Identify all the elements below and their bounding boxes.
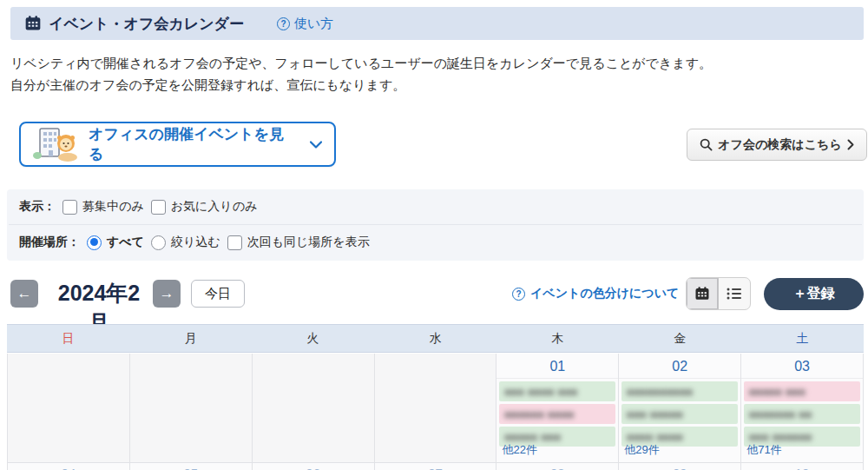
filter-favorites-option[interactable]: お気に入りのみ (151, 199, 258, 215)
calendar-cell-feb05[interactable]: 05 (130, 463, 253, 470)
weekday-thu: 木 (496, 325, 619, 352)
calendar-view-button[interactable] (687, 278, 719, 309)
today-button[interactable]: 今日 (191, 280, 245, 308)
favorites-label: お気に入りのみ (171, 199, 258, 215)
event-pill-blurred[interactable]: ■■■■■ ■■■ (744, 381, 860, 401)
calendar-cell-feb07[interactable]: 07 (375, 463, 497, 470)
intro-text: リベシティ内で開催されるオフ会の予定や、フォローしているユーザーの誕生日をカレン… (10, 52, 712, 96)
event-color-legend-link[interactable]: ? イベントの色分けについて (512, 286, 679, 301)
weekday-tue: 火 (252, 325, 374, 352)
question-circle-icon: ? (277, 17, 290, 30)
location-narrow-label: 絞り込む (171, 235, 220, 250)
location-filter-row: 開催場所： すべて 絞り込む 次回も同じ場所を表示 (7, 225, 864, 260)
event-pill-blurred[interactable]: ■■■ ■■■■ ■■■ (499, 381, 615, 401)
search-offkai-button[interactable]: オフ会の検索はこちら (687, 129, 867, 161)
event-pill-blurred-text: ■■■■■■■■■■ (627, 387, 693, 397)
calendar-cell-feb04[interactable]: 04 (7, 463, 130, 470)
event-color-legend-label: イベントの色分けについて (530, 286, 679, 301)
event-pill-blurred-text: ■■■■■ ■■■ (504, 432, 561, 442)
event-pill-list: ■■■■■■■■■■■■■ ■■■■■■■■■ ■■■■ (619, 379, 740, 447)
same-place-label: 次回も同じ場所を表示 (247, 235, 370, 250)
event-pill-blurred-text: ■■■ ■■■■■■ (749, 432, 812, 442)
event-pill-blurred-text: ■■■■■ ■■■ (749, 387, 806, 397)
intro-line-2: 自分が主催のオフ会の予定を公開登録すれば、宣伝にもなります。 (10, 74, 712, 96)
favorites-checkbox[interactable] (151, 200, 166, 215)
location-all-option[interactable]: すべて (87, 235, 144, 250)
event-pill-blurred-text: ■■■ ■■■■ ■■■ (504, 387, 578, 397)
event-pill-blurred[interactable]: ■■■■■■■ ■■ (744, 404, 860, 424)
date-number[interactable]: 02 (619, 354, 740, 379)
calendar-cell-feb01: 01 ■■■ ■■■■ ■■■■■■■■■ ■■■■■■■■■ ■■■ 他22件 (496, 354, 619, 463)
usage-help-link[interactable]: ? 使い方 (277, 16, 333, 32)
calendar-cell-feb03: 03 ■■■■■ ■■■■■■■■■■ ■■■■■ ■■■■■■ 他71件 (741, 354, 864, 463)
more-events-link[interactable]: 他29件 (624, 442, 659, 458)
weekday-sat: 土 (741, 325, 864, 352)
weekday-wed: 水 (374, 325, 496, 352)
calendar-cell-empty (130, 354, 253, 463)
event-pill-blurred[interactable]: ■■■■■■■■■■ (621, 381, 738, 401)
calendar-cell-feb09[interactable]: 09 (619, 463, 741, 470)
location-all-label: すべて (107, 235, 144, 250)
event-pill-blurred[interactable]: ■■■■■■ ■■■■ (499, 404, 615, 424)
recruiting-checkbox[interactable] (62, 200, 77, 215)
more-events-link[interactable]: 他71件 (746, 442, 781, 458)
view-toggle (686, 277, 751, 310)
office-lion-mascot-icon (33, 126, 78, 162)
search-offkai-label: オフ会の検索はこちら (718, 137, 841, 153)
chevron-right-icon (847, 139, 854, 150)
office-events-button[interactable]: オフィスの開催イベントを見る (19, 122, 336, 167)
search-icon (700, 138, 713, 151)
calendar-cell-empty (375, 354, 497, 463)
event-pill-blurred-text: ■■■■■■ ■■■■ (504, 409, 575, 420)
calendar-cell-feb06[interactable]: 06 (253, 463, 375, 470)
same-place-option[interactable]: 次回も同じ場所を表示 (227, 235, 370, 250)
filter-panel: 表示： 募集中のみ お気に入りのみ 開催場所： すべて 絞り込む (7, 189, 864, 261)
same-place-checkbox[interactable] (227, 235, 242, 250)
calendar-cell-feb10[interactable]: 10 (741, 463, 864, 470)
display-filter-label: 表示： (19, 199, 56, 215)
event-calendar-page: イベント・オフ会カレンダー ? 使い方 リベシティ内で開催されるオフ会の予定や、… (0, 0, 868, 470)
event-pill-list: ■■■■■ ■■■■■■■■■■ ■■■■■ ■■■■■■ (741, 379, 863, 447)
intro-line-1: リベシティ内で開催されるオフ会の予定や、フォローしているユーザーの誕生日をカレン… (10, 52, 712, 74)
prev-month-button[interactable]: ← (10, 280, 38, 308)
location-narrow-option[interactable]: 絞り込む (151, 235, 220, 250)
location-filter-label: 開催場所： (19, 235, 80, 250)
next-month-button[interactable]: → (153, 280, 181, 308)
recruiting-label: 募集中のみ (82, 199, 144, 215)
date-number[interactable]: 03 (741, 354, 863, 379)
weekday-header: 日 月 火 水 木 金 土 (7, 324, 864, 353)
register-event-button[interactable]: ＋登録 (764, 278, 864, 310)
calendar-icon (24, 15, 42, 32)
more-events-link[interactable]: 他22件 (502, 442, 536, 458)
question-circle-icon: ? (512, 288, 525, 301)
chevron-down-icon (310, 141, 322, 149)
location-all-radio[interactable] (87, 235, 102, 250)
date-number[interactable]: 01 (496, 354, 618, 379)
event-pill-blurred-text: ■■■■ ■■■■ (627, 432, 683, 442)
event-pill-blurred-text: ■■■ ■■■■■ (627, 409, 683, 420)
filter-recruiting-option[interactable]: 募集中のみ (62, 199, 144, 215)
calendar-cell-empty (7, 354, 130, 463)
calendar-cell-feb02: 02 ■■■■■■■■■■■■■ ■■■■■■■■■ ■■■■ 他29件 (619, 354, 741, 463)
weekday-sun: 日 (7, 325, 129, 352)
event-pill-blurred-text: ■■■■■■■ ■■ (749, 409, 812, 420)
list-view-button[interactable] (719, 278, 750, 309)
page-title: イベント・オフ会カレンダー (49, 14, 244, 34)
calendar-cell-feb08[interactable]: 08 (496, 463, 619, 470)
calendar-cell-empty (253, 354, 375, 463)
event-pill-list: ■■■ ■■■■ ■■■■■■■■■ ■■■■■■■■■ ■■■ (496, 379, 618, 447)
event-pill-blurred[interactable]: ■■■ ■■■■■ (621, 404, 738, 424)
location-narrow-radio[interactable] (151, 235, 166, 250)
month-title: 2024年2月 (48, 278, 150, 308)
office-events-label: オフィスの開催イベントを見る (89, 124, 298, 164)
page-header: イベント・オフ会カレンダー ? 使い方 (10, 7, 864, 40)
calendar-week-row: 01 ■■■ ■■■■ ■■■■■■■■■ ■■■■■■■■■ ■■■ 他22件… (7, 354, 864, 463)
calendar-week-row-clipped: 04 05 06 07 08 09 10 (7, 463, 864, 470)
display-filter-row: 表示： 募集中のみ お気に入りのみ (7, 189, 864, 224)
weekday-fri: 金 (619, 325, 741, 352)
usage-help-label: 使い方 (294, 16, 333, 32)
weekday-mon: 月 (129, 325, 252, 352)
